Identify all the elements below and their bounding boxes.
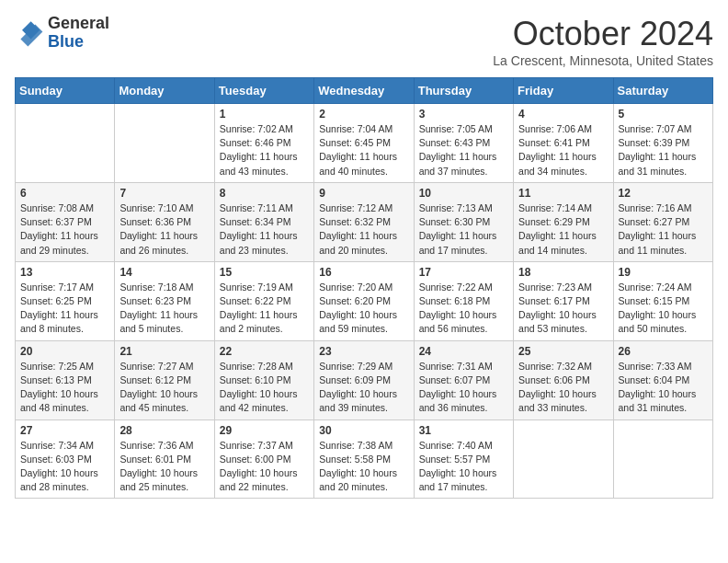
calendar-day-cell: 8Sunrise: 7:11 AM Sunset: 6:34 PM Daylig… <box>214 182 313 261</box>
day-info: Sunrise: 7:20 AM Sunset: 6:20 PM Dayligh… <box>319 281 408 337</box>
day-info: Sunrise: 7:29 AM Sunset: 6:09 PM Dayligh… <box>319 360 408 416</box>
calendar-day-cell: 23Sunrise: 7:29 AM Sunset: 6:09 PM Dayli… <box>314 340 414 419</box>
calendar-day-cell: 28Sunrise: 7:36 AM Sunset: 6:01 PM Dayli… <box>115 419 214 499</box>
day-info: Sunrise: 7:28 AM Sunset: 6:10 PM Dayligh… <box>220 360 309 416</box>
calendar-week-row: 13Sunrise: 7:17 AM Sunset: 6:25 PM Dayli… <box>16 261 713 340</box>
day-number: 2 <box>319 108 408 121</box>
day-number: 20 <box>20 345 109 358</box>
day-number: 10 <box>419 187 508 200</box>
calendar-day-cell: 7Sunrise: 7:10 AM Sunset: 6:36 PM Daylig… <box>115 182 214 261</box>
day-number: 9 <box>319 187 408 200</box>
calendar-day-cell: 6Sunrise: 7:08 AM Sunset: 6:37 PM Daylig… <box>16 182 115 261</box>
day-number: 5 <box>619 108 708 121</box>
day-info: Sunrise: 7:06 AM Sunset: 6:41 PM Dayligh… <box>518 122 608 178</box>
day-number: 28 <box>119 424 209 437</box>
calendar-day-cell: 30Sunrise: 7:38 AM Sunset: 5:58 PM Dayli… <box>314 419 414 499</box>
page-header: General Blue October 2024 La Crescent, M… <box>15 15 713 68</box>
calendar-week-row: 27Sunrise: 7:34 AM Sunset: 6:03 PM Dayli… <box>16 419 713 499</box>
calendar-day-cell: 11Sunrise: 7:14 AM Sunset: 6:29 PM Dayli… <box>514 182 613 261</box>
day-info: Sunrise: 7:05 AM Sunset: 6:43 PM Dayligh… <box>419 122 508 178</box>
day-info: Sunrise: 7:22 AM Sunset: 6:18 PM Dayligh… <box>419 281 508 337</box>
day-number: 15 <box>220 266 309 279</box>
day-info: Sunrise: 7:19 AM Sunset: 6:22 PM Dayligh… <box>220 281 309 337</box>
day-number: 21 <box>119 345 209 358</box>
day-info: Sunrise: 7:33 AM Sunset: 6:04 PM Dayligh… <box>619 360 708 416</box>
calendar-day-cell: 22Sunrise: 7:28 AM Sunset: 6:10 PM Dayli… <box>214 340 313 419</box>
logo-icon <box>15 18 44 48</box>
day-info: Sunrise: 7:17 AM Sunset: 6:25 PM Dayligh… <box>20 281 109 337</box>
day-info: Sunrise: 7:23 AM Sunset: 6:17 PM Dayligh… <box>518 281 608 337</box>
day-number: 8 <box>220 187 309 200</box>
calendar-day-cell: 17Sunrise: 7:22 AM Sunset: 6:18 PM Dayli… <box>414 261 513 340</box>
day-info: Sunrise: 7:07 AM Sunset: 6:39 PM Dayligh… <box>619 122 708 178</box>
day-number: 6 <box>20 187 109 200</box>
calendar-day-cell: 16Sunrise: 7:20 AM Sunset: 6:20 PM Dayli… <box>314 261 414 340</box>
day-number: 24 <box>419 345 508 358</box>
calendar-header-row: SundayMondayTuesdayWednesdayThursdayFrid… <box>16 78 713 104</box>
day-number: 30 <box>319 424 408 437</box>
day-number: 1 <box>220 108 309 121</box>
calendar-week-row: 20Sunrise: 7:25 AM Sunset: 6:13 PM Dayli… <box>16 340 713 419</box>
day-number: 7 <box>119 187 209 200</box>
calendar-table: SundayMondayTuesdayWednesdayThursdayFrid… <box>15 77 713 499</box>
calendar-day-header: Wednesday <box>314 78 414 104</box>
day-number: 11 <box>518 187 608 200</box>
day-info: Sunrise: 7:13 AM Sunset: 6:30 PM Dayligh… <box>419 201 508 258</box>
calendar-week-row: 1Sunrise: 7:02 AM Sunset: 6:46 PM Daylig… <box>16 104 713 183</box>
calendar-body: 1Sunrise: 7:02 AM Sunset: 6:46 PM Daylig… <box>16 104 713 499</box>
day-number: 29 <box>220 424 309 437</box>
day-info: Sunrise: 7:16 AM Sunset: 6:27 PM Dayligh… <box>619 201 708 258</box>
day-info: Sunrise: 7:34 AM Sunset: 6:03 PM Dayligh… <box>20 439 109 495</box>
calendar-day-cell: 24Sunrise: 7:31 AM Sunset: 6:07 PM Dayli… <box>414 340 513 419</box>
calendar-day-header: Thursday <box>414 78 513 104</box>
day-number: 27 <box>20 424 109 437</box>
calendar-day-header: Monday <box>115 78 214 104</box>
calendar-day-cell: 14Sunrise: 7:18 AM Sunset: 6:23 PM Dayli… <box>115 261 214 340</box>
calendar-day-cell: 12Sunrise: 7:16 AM Sunset: 6:27 PM Dayli… <box>613 182 712 261</box>
day-number: 4 <box>518 108 608 121</box>
day-info: Sunrise: 7:08 AM Sunset: 6:37 PM Dayligh… <box>20 201 109 258</box>
calendar-day-cell: 2Sunrise: 7:04 AM Sunset: 6:45 PM Daylig… <box>314 104 414 183</box>
day-info: Sunrise: 7:40 AM Sunset: 5:57 PM Dayligh… <box>419 439 508 495</box>
calendar-day-cell: 26Sunrise: 7:33 AM Sunset: 6:04 PM Dayli… <box>613 340 712 419</box>
calendar-day-cell: 13Sunrise: 7:17 AM Sunset: 6:25 PM Dayli… <box>16 261 115 340</box>
calendar-day-header: Saturday <box>613 78 712 104</box>
day-info: Sunrise: 7:10 AM Sunset: 6:36 PM Dayligh… <box>119 201 209 258</box>
day-number: 31 <box>419 424 508 437</box>
day-number: 19 <box>619 266 708 279</box>
month-title: October 2024 <box>493 15 713 53</box>
calendar-day-cell: 29Sunrise: 7:37 AM Sunset: 6:00 PM Dayli… <box>214 419 313 499</box>
day-info: Sunrise: 7:04 AM Sunset: 6:45 PM Dayligh… <box>319 122 408 178</box>
calendar-day-cell <box>613 419 712 499</box>
calendar-day-cell <box>115 104 214 183</box>
day-number: 18 <box>518 266 608 279</box>
day-info: Sunrise: 7:38 AM Sunset: 5:58 PM Dayligh… <box>319 439 408 495</box>
day-number: 25 <box>518 345 608 358</box>
day-number: 14 <box>119 266 209 279</box>
day-info: Sunrise: 7:12 AM Sunset: 6:32 PM Dayligh… <box>319 201 408 258</box>
title-block: October 2024 La Crescent, Minnesota, Uni… <box>493 15 713 68</box>
calendar-day-cell: 20Sunrise: 7:25 AM Sunset: 6:13 PM Dayli… <box>16 340 115 419</box>
day-info: Sunrise: 7:37 AM Sunset: 6:00 PM Dayligh… <box>220 439 309 495</box>
day-number: 22 <box>220 345 309 358</box>
logo: General Blue <box>15 15 109 52</box>
calendar-day-cell: 25Sunrise: 7:32 AM Sunset: 6:06 PM Dayli… <box>514 340 613 419</box>
day-number: 16 <box>319 266 408 279</box>
logo-text: General Blue <box>48 15 109 52</box>
calendar-day-cell <box>16 104 115 183</box>
day-info: Sunrise: 7:18 AM Sunset: 6:23 PM Dayligh… <box>119 281 209 337</box>
calendar-week-row: 6Sunrise: 7:08 AM Sunset: 6:37 PM Daylig… <box>16 182 713 261</box>
calendar-day-header: Sunday <box>16 78 115 104</box>
calendar-day-header: Tuesday <box>214 78 313 104</box>
day-number: 13 <box>20 266 109 279</box>
calendar-day-cell: 10Sunrise: 7:13 AM Sunset: 6:30 PM Dayli… <box>414 182 513 261</box>
day-info: Sunrise: 7:32 AM Sunset: 6:06 PM Dayligh… <box>518 360 608 416</box>
day-info: Sunrise: 7:14 AM Sunset: 6:29 PM Dayligh… <box>518 201 608 258</box>
calendar-day-cell <box>514 419 613 499</box>
location: La Crescent, Minnesota, United States <box>493 53 713 68</box>
day-info: Sunrise: 7:02 AM Sunset: 6:46 PM Dayligh… <box>220 122 309 178</box>
calendar-day-cell: 27Sunrise: 7:34 AM Sunset: 6:03 PM Dayli… <box>16 419 115 499</box>
calendar-day-header: Friday <box>514 78 613 104</box>
calendar-day-cell: 9Sunrise: 7:12 AM Sunset: 6:32 PM Daylig… <box>314 182 414 261</box>
day-number: 3 <box>419 108 508 121</box>
